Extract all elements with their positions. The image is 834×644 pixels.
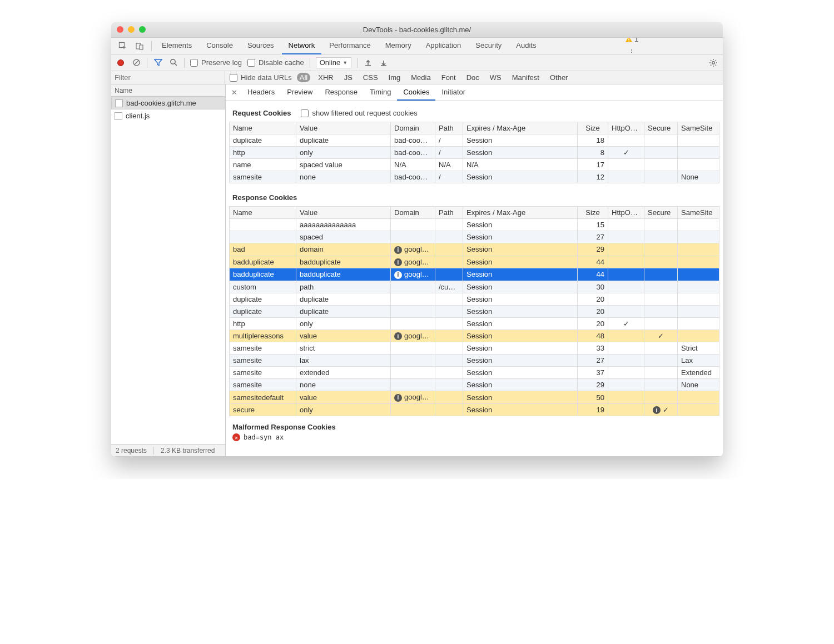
filter-type-xhr[interactable]: XHR: [315, 73, 336, 82]
main-tab-sources[interactable]: Sources: [241, 38, 281, 54]
column-header[interactable]: Secure: [644, 122, 678, 134]
detail-tab-preview[interactable]: Preview: [281, 85, 319, 101]
table-row[interactable]: badduplicatebadduplicateigoogl…Session44: [230, 256, 719, 268]
throttling-select[interactable]: Online ▼: [316, 57, 352, 68]
column-header[interactable]: Path: [435, 207, 463, 219]
window-minimize-button[interactable]: [128, 26, 135, 33]
upload-har-icon[interactable]: [363, 58, 373, 68]
request-row[interactable]: client.js: [111, 109, 225, 122]
detail-tab-cookies[interactable]: Cookies: [397, 85, 435, 101]
cell: [435, 330, 463, 342]
filter-type-manifest[interactable]: Manifest: [509, 73, 542, 82]
main-tab-memory[interactable]: Memory: [379, 38, 418, 54]
column-header[interactable]: Name: [230, 122, 296, 134]
disable-cache-checkbox[interactable]: Disable cache: [247, 58, 304, 67]
preserve-log-checkbox[interactable]: Preserve log: [190, 58, 242, 67]
filter-type-doc[interactable]: Doc: [464, 73, 482, 82]
table-row[interactable]: baddomainigoogl…Session29: [230, 243, 719, 256]
table-row[interactable]: samesitenoneSession29None: [230, 379, 719, 391]
column-header[interactable]: Size: [578, 207, 608, 219]
filter-toggle-icon[interactable]: [153, 58, 163, 68]
cell: secure: [230, 403, 296, 416]
table-row[interactable]: samesitenonebad-coo…/Session12None: [230, 171, 719, 183]
cell: igoogl…: [391, 391, 435, 404]
column-header[interactable]: SameSite: [678, 122, 719, 134]
cell: 33: [578, 342, 608, 355]
column-header[interactable]: Expires / Max-Age: [463, 122, 578, 134]
column-header[interactable]: Value: [296, 207, 391, 219]
cell: 48: [578, 330, 608, 342]
table-row[interactable]: samesitedefaultvalueigoogl…Session50: [230, 391, 719, 404]
column-header[interactable]: Path: [435, 122, 463, 134]
cell: [435, 342, 463, 355]
table-row[interactable]: samesitestrictSession33Strict: [230, 342, 719, 355]
column-header[interactable]: Expires / Max-Age: [463, 207, 578, 219]
table-row[interactable]: samesitelaxSession27Lax: [230, 355, 719, 367]
cell: [435, 379, 463, 391]
clear-button[interactable]: [131, 58, 141, 68]
filter-type-media[interactable]: Media: [408, 73, 433, 82]
filter-type-css[interactable]: CSS: [360, 73, 381, 82]
column-header[interactable]: SameSite: [678, 207, 719, 219]
filter-type-ws[interactable]: WS: [487, 73, 504, 82]
column-header[interactable]: Secure: [644, 207, 678, 219]
main-tab-audits[interactable]: Audits: [509, 38, 543, 54]
filter-type-js[interactable]: JS: [341, 73, 355, 82]
table-row[interactable]: namespaced valueN/AN/AN/A17: [230, 159, 719, 171]
table-row[interactable]: custompath/cu…Session30: [230, 281, 719, 293]
table-row[interactable]: secureonlySession19i✓: [230, 403, 719, 416]
close-detail-icon[interactable]: ✕: [229, 88, 239, 97]
column-header[interactable]: Value: [296, 122, 391, 134]
table-row[interactable]: spacedSession27: [230, 231, 719, 243]
device-toggle-icon[interactable]: [131, 42, 148, 51]
detail-tab-headers[interactable]: Headers: [241, 85, 281, 101]
response-cookies-title: Response Cookies: [232, 193, 297, 202]
main-tab-console[interactable]: Console: [200, 38, 240, 54]
filter-input[interactable]: [115, 73, 221, 82]
column-header[interactable]: Domain: [391, 207, 435, 219]
cell: Session: [463, 403, 578, 416]
table-row[interactable]: httponlySession20✓: [230, 317, 719, 330]
filter-type-all[interactable]: All: [297, 73, 310, 82]
detail-tab-response[interactable]: Response: [319, 85, 364, 101]
filter-type-other[interactable]: Other: [547, 73, 571, 82]
column-header[interactable]: Domain: [391, 122, 435, 134]
main-tab-network[interactable]: Network: [282, 38, 322, 54]
filter-type-img[interactable]: Img: [386, 73, 404, 82]
detail-tab-initiator[interactable]: Initiator: [435, 85, 471, 101]
main-tab-security[interactable]: Security: [469, 38, 508, 54]
cell: N/A: [463, 159, 578, 171]
window-close-button[interactable]: [117, 26, 123, 33]
table-row[interactable]: duplicateduplicateSession20: [230, 305, 719, 317]
show-filtered-checkbox[interactable]: show filtered out request cookies: [301, 109, 417, 117]
settings-icon[interactable]: [708, 58, 718, 68]
inspect-element-icon[interactable]: [115, 42, 131, 51]
column-header[interactable]: HttpO…: [608, 122, 644, 134]
main-tab-elements[interactable]: Elements: [155, 38, 198, 54]
column-header[interactable]: Name: [230, 207, 296, 219]
request-list-header[interactable]: Name: [111, 84, 225, 97]
search-icon[interactable]: [168, 58, 178, 68]
cell: /cu…: [435, 281, 463, 293]
request-row[interactable]: bad-cookies.glitch.me: [111, 97, 225, 109]
download-har-icon[interactable]: [379, 58, 389, 68]
info-icon: i: [394, 258, 402, 266]
table-row[interactable]: aaaaaaaaaaaaaaSession15: [230, 219, 719, 231]
table-row[interactable]: duplicateduplicateSession20: [230, 293, 719, 305]
info-icon: i: [394, 332, 402, 340]
hide-data-urls-checkbox[interactable]: Hide data URLs: [230, 73, 292, 82]
filter-type-font[interactable]: Font: [439, 73, 459, 82]
table-row[interactable]: httponlybad-coo…/Session8✓: [230, 147, 719, 159]
main-tab-application[interactable]: Application: [419, 38, 468, 54]
detail-tab-timing[interactable]: Timing: [364, 85, 398, 101]
cell: [644, 281, 678, 293]
record-button[interactable]: [116, 58, 126, 68]
window-maximize-button[interactable]: [139, 26, 146, 33]
table-row[interactable]: multiplereasonsvalueigoogl…Session48✓: [230, 330, 719, 342]
table-row[interactable]: samesiteextendedSession37Extended: [230, 367, 719, 379]
table-row[interactable]: badduplicatebadduplicateigoogl…Session44: [230, 268, 719, 281]
table-row[interactable]: duplicateduplicatebad-coo…/Session18: [230, 134, 719, 147]
column-header[interactable]: Size: [578, 122, 608, 134]
main-tab-performance[interactable]: Performance: [322, 38, 377, 54]
column-header[interactable]: HttpO…: [608, 207, 644, 219]
